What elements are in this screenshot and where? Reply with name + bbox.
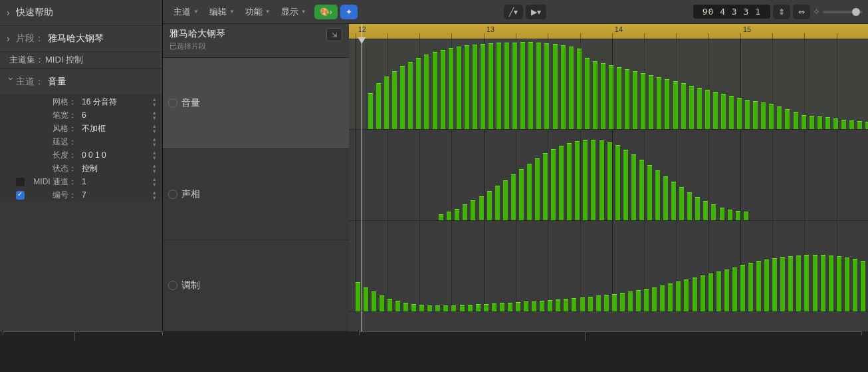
midi-event-bar[interactable] xyxy=(841,120,846,129)
midi-event-bar[interactable] xyxy=(721,94,726,129)
automation-area[interactable]: 12131415 xyxy=(349,24,868,331)
menu-显示[interactable]: 显示▼ xyxy=(276,3,312,21)
midi-event-bar[interactable] xyxy=(484,304,488,311)
param-value[interactable]: 不加框 xyxy=(82,123,153,134)
midi-event-bar[interactable] xyxy=(561,45,566,129)
param-value[interactable]: 0 0 1 0 xyxy=(82,150,153,160)
midi-event-bar[interactable] xyxy=(780,257,785,311)
lane-enable-dot[interactable] xyxy=(168,190,177,199)
menu-主道[interactable]: 主道▼ xyxy=(168,3,204,21)
param-row[interactable]: 长度：0 0 1 0▴▾ xyxy=(0,148,162,162)
midi-event-bar[interactable] xyxy=(705,90,710,129)
midi-event-bar[interactable] xyxy=(528,42,533,129)
midi-event-bar[interactable] xyxy=(753,101,758,129)
midi-event-bar[interactable] xyxy=(729,96,734,129)
midi-event-bar[interactable] xyxy=(387,299,392,311)
midi-event-bar[interactable] xyxy=(511,174,516,220)
midi-event-bar[interactable] xyxy=(684,279,689,311)
midi-event-bar[interactable] xyxy=(380,295,384,311)
midi-event-bar[interactable] xyxy=(408,62,413,129)
midi-event-bar[interactable] xyxy=(569,47,574,129)
midi-event-bar[interactable] xyxy=(676,281,681,311)
midi-event-bar[interactable] xyxy=(416,58,421,129)
midi-event-bar[interactable] xyxy=(424,55,429,129)
midi-event-bar[interactable] xyxy=(588,297,593,311)
midi-event-bar[interactable] xyxy=(837,256,841,311)
midi-event-bar[interactable] xyxy=(548,300,552,311)
midi-event-bar[interactable] xyxy=(439,214,443,220)
midi-event-bar[interactable] xyxy=(833,118,838,129)
midi-event-bar[interactable] xyxy=(639,160,644,220)
midi-event-bar[interactable] xyxy=(825,117,830,129)
stepper-icon[interactable]: ▴▾ xyxy=(153,123,156,134)
midi-event-bar[interactable] xyxy=(609,65,613,129)
param-row[interactable]: 风格：不加框▴▾ xyxy=(0,122,162,135)
stepper-icon[interactable]: ▴▾ xyxy=(153,150,156,160)
midi-event-bar[interactable] xyxy=(495,186,500,220)
midi-event-bar[interactable] xyxy=(551,149,556,220)
midi-event-bar[interactable] xyxy=(673,81,678,129)
region-row[interactable]: › 片段： 雅马哈大钢琴 xyxy=(0,26,162,52)
midi-event-bar[interactable] xyxy=(449,48,453,129)
midi-event-bar[interactable] xyxy=(777,106,782,129)
lane-header[interactable]: 调制 xyxy=(163,240,349,331)
midi-event-bar[interactable] xyxy=(647,165,652,220)
midi-event-bar[interactable] xyxy=(681,83,686,129)
midi-event-bar[interactable] xyxy=(559,146,564,220)
stepper-icon[interactable]: ▴▾ xyxy=(153,110,156,120)
midi-event-bar[interactable] xyxy=(496,43,501,129)
midi-event-bar[interactable] xyxy=(785,109,790,129)
midi-event-bar[interactable] xyxy=(567,143,572,220)
midi-event-bar[interactable] xyxy=(433,52,437,129)
pencil-tool-button[interactable]: ╱▾ xyxy=(504,5,523,19)
autoset-row[interactable]: 主道集： MIDI 控制 xyxy=(0,52,162,69)
lane[interactable] xyxy=(349,39,868,130)
midi-event-bar[interactable] xyxy=(737,98,742,129)
midi-event-bar[interactable] xyxy=(504,43,509,129)
param-row[interactable]: 状态：控制▴▾ xyxy=(0,162,162,175)
midi-event-bar[interactable] xyxy=(403,303,408,311)
midi-event-bar[interactable] xyxy=(488,43,493,129)
catch-button[interactable]: ✦ xyxy=(340,5,358,19)
midi-event-bar[interactable] xyxy=(604,295,609,311)
hzoom-button[interactable]: ⇔ xyxy=(793,5,810,19)
midi-event-bar[interactable] xyxy=(724,270,729,311)
midi-event-bar[interactable] xyxy=(564,299,568,311)
midi-event-bar[interactable] xyxy=(802,115,806,129)
midi-event-bar[interactable] xyxy=(849,120,854,129)
midi-event-bar[interactable] xyxy=(693,278,697,311)
midi-event-bar[interactable] xyxy=(500,303,504,311)
midi-event-bar[interactable] xyxy=(740,265,745,311)
midi-event-bar[interactable] xyxy=(607,142,612,220)
midi-event-bar[interactable] xyxy=(649,75,653,129)
midi-event-bar[interactable] xyxy=(471,200,475,220)
midi-event-bar[interactable] xyxy=(845,258,849,311)
lane-enable-dot[interactable] xyxy=(168,98,177,108)
midi-event-bar[interactable] xyxy=(519,169,524,220)
midi-out-button[interactable]: 🎨› xyxy=(314,5,338,19)
midi-event-bar[interactable] xyxy=(535,158,540,220)
midi-event-bar[interactable] xyxy=(463,204,467,220)
lane[interactable] xyxy=(349,221,868,312)
midi-event-bar[interactable] xyxy=(487,191,492,220)
midi-event-bar[interactable] xyxy=(657,77,661,129)
lane-header[interactable]: 音量 xyxy=(163,58,349,149)
midi-event-bar[interactable] xyxy=(668,283,673,311)
param-row[interactable]: MIDI 通道：1▴▾ xyxy=(0,175,162,188)
midi-event-bar[interactable] xyxy=(620,293,625,311)
midi-event-bar[interactable] xyxy=(732,268,737,312)
midi-event-bar[interactable] xyxy=(580,297,585,311)
midi-event-bar[interactable] xyxy=(479,196,484,220)
midi-event-bar[interactable] xyxy=(810,116,814,129)
midi-event-bar[interactable] xyxy=(476,304,481,311)
midi-event-bar[interactable] xyxy=(457,47,461,129)
midi-event-bar[interactable] xyxy=(701,276,705,311)
midi-event-bar[interactable] xyxy=(384,77,389,129)
midi-event-bar[interactable] xyxy=(427,305,432,311)
midi-event-bar[interactable] xyxy=(761,102,766,129)
midi-event-bar[interactable] xyxy=(596,295,601,311)
midi-event-bar[interactable] xyxy=(508,303,512,311)
midi-event-bar[interactable] xyxy=(492,303,496,311)
midi-event-bar[interactable] xyxy=(435,305,440,311)
midi-event-bar[interactable] xyxy=(481,44,485,129)
